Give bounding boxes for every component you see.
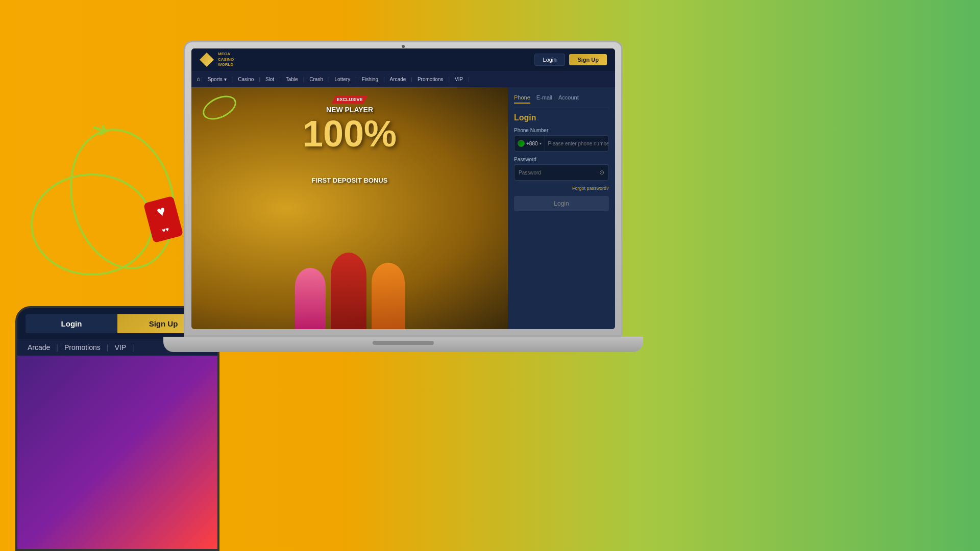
laptop-base: [163, 337, 643, 352]
do-login-button[interactable]: Login: [514, 196, 609, 211]
nav-casino[interactable]: Casino: [234, 71, 258, 87]
casino-logo: MEGA CASINO WORLD: [200, 52, 234, 67]
phone-content-area: [17, 356, 217, 549]
laptop-screen: MEGA CASINO WORLD Login Sign Up ⌂ | Spor…: [191, 48, 615, 329]
nav-sep-0: |: [201, 77, 203, 82]
header-signup-button[interactable]: Sign Up: [569, 54, 607, 65]
laptop-camera: [402, 45, 405, 48]
banner-new-player: NEW PLAYER: [326, 106, 373, 114]
casino-main: EXCLUSIVE NEW PLAYER 100% FIRST DEPOSIT …: [191, 87, 615, 329]
nav-table[interactable]: Table: [282, 71, 302, 87]
casino-header: MEGA CASINO WORLD Login Sign Up: [191, 48, 615, 71]
phone-nav-arcade[interactable]: Arcade: [26, 343, 52, 352]
laptop: MEGA CASINO WORLD Login Sign Up ⌂ | Spor…: [184, 41, 623, 357]
nav-sep-7: |: [383, 77, 385, 82]
nav-sep-8: |: [411, 77, 412, 82]
banner-bonus: FIRST DEPOSIT BONUS: [312, 177, 388, 184]
deco-circle-2: [31, 173, 153, 276]
nav-sep-5: |: [328, 77, 330, 82]
nav-lottery[interactable]: Lottery: [331, 71, 355, 87]
banner-exclusive-label: EXCLUSIVE: [331, 95, 368, 104]
tab-email[interactable]: E-mail: [536, 94, 552, 104]
nav-sep-9: |: [448, 77, 450, 82]
card-symbol: ♥♥♥: [155, 203, 172, 236]
char-center: [331, 253, 366, 329]
logo-text: MEGA CASINO WORLD: [218, 52, 234, 67]
nav-sep-10: |: [468, 77, 470, 82]
nav-vip[interactable]: VIP: [451, 71, 467, 87]
phone-country-selector[interactable]: +880 ▾: [514, 136, 545, 151]
char-right: [372, 263, 405, 329]
banner-percent: 100%: [303, 115, 397, 152]
phone-login-button[interactable]: Login: [26, 314, 117, 333]
phone-label: Phone Number: [514, 128, 609, 133]
casino-nav: ⌂ | Sports ▾ | Casino | Slot | Table | C…: [191, 71, 615, 87]
phone-number-section: Phone Number +880 ▾: [514, 128, 609, 152]
flag-icon: [518, 140, 525, 147]
forgot-password-link[interactable]: Forgot password?: [514, 186, 609, 191]
password-input-group: ⊙: [514, 164, 609, 181]
nav-fishing[interactable]: Fishing: [358, 71, 382, 87]
nav-sep-2: |: [259, 77, 260, 82]
nav-sep-6: |: [355, 77, 357, 82]
header-buttons: Login Sign Up: [534, 54, 607, 66]
phone-nav-sep-2: |: [107, 343, 109, 352]
header-login-button[interactable]: Login: [534, 54, 566, 66]
phone-nav-sep-3: |: [132, 343, 134, 352]
logo-diamond-icon: [200, 53, 214, 67]
toggle-password-icon[interactable]: ⊙: [595, 169, 608, 176]
phone-nav-promotions[interactable]: Promotions: [62, 343, 103, 352]
password-input[interactable]: [514, 165, 595, 180]
nav-sep-4: |: [303, 77, 305, 82]
login-panel: Phone E-mail Account Login Phone Number …: [508, 87, 615, 329]
nav-crash[interactable]: Crash: [305, 71, 327, 87]
phone-nav-vip[interactable]: VIP: [112, 343, 128, 352]
laptop-frame: MEGA CASINO WORLD Login Sign Up ⌂ | Spor…: [184, 41, 623, 337]
nav-sep-1: |: [232, 77, 233, 82]
phone-input[interactable]: [545, 136, 609, 151]
login-tabs: Phone E-mail Account: [514, 94, 609, 108]
nav-home-icon[interactable]: ⌂: [197, 76, 200, 83]
phone-nav-sep-1: |: [56, 343, 58, 352]
nav-arcade[interactable]: Arcade: [386, 71, 410, 87]
banner-area: EXCLUSIVE NEW PLAYER 100% FIRST DEPOSIT …: [191, 87, 508, 329]
phone-input-group: +880 ▾: [514, 135, 609, 152]
nav-slot[interactable]: Slot: [261, 71, 278, 87]
tab-phone[interactable]: Phone: [514, 94, 530, 104]
password-section: Password ⊙: [514, 157, 609, 181]
char-left: [295, 268, 326, 329]
login-title: Login: [514, 113, 609, 122]
tab-account[interactable]: Account: [558, 94, 579, 104]
phone-country-code: +880: [526, 141, 538, 146]
nav-sports[interactable]: Sports ▾: [204, 71, 231, 87]
nav-promotions[interactable]: Promotions: [413, 71, 448, 87]
nav-sep-3: |: [279, 77, 281, 82]
password-label: Password: [514, 157, 609, 162]
dropdown-arrow-icon: ▾: [540, 141, 542, 146]
